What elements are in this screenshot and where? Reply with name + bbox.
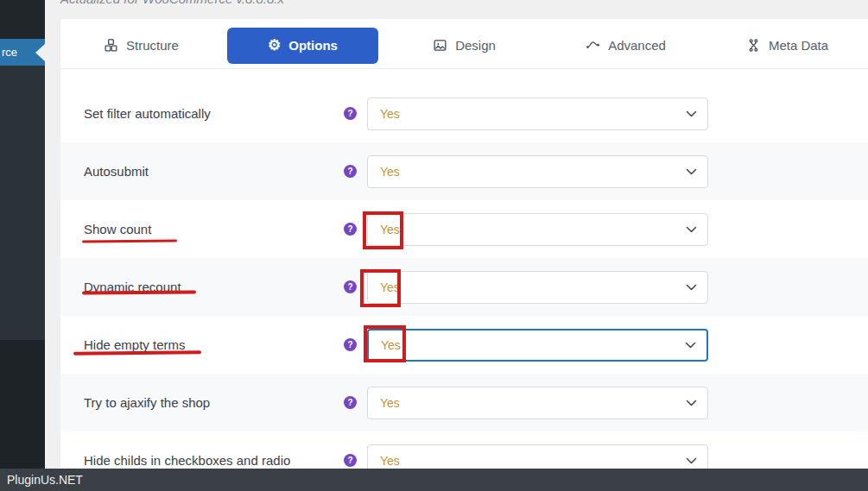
- tab-label: Options: [288, 38, 338, 53]
- tab-bar: Structure ⚙ Options Design Advanced Meta…: [60, 19, 868, 69]
- screen: rce Actualized for WooCommerce v.8.8.8.x…: [0, 0, 868, 491]
- setting-label: Hide childs in checkboxes and radio: [84, 453, 290, 468]
- help-icon[interactable]: ?: [344, 396, 357, 409]
- setting-select[interactable]: Yes: [367, 213, 708, 246]
- setting-label: Set filter automatically: [84, 106, 211, 121]
- admin-sidebar: rce: [0, 0, 45, 491]
- settings-rows: Set filter automatically ? Yes Autosubmi…: [60, 69, 868, 489]
- tab-label: Meta Data: [769, 38, 828, 53]
- setting-select[interactable]: Yes: [367, 329, 708, 362]
- chevron-down-icon: [686, 167, 697, 175]
- tab-structure[interactable]: Structure: [66, 28, 217, 64]
- help-icon[interactable]: ?: [344, 223, 357, 236]
- chevron-down-icon: [686, 283, 697, 291]
- curve-icon: [586, 38, 600, 53]
- tab-advanced[interactable]: Advanced: [550, 28, 701, 64]
- select-value: Yes: [381, 338, 401, 352]
- tab-meta-data[interactable]: Meta Data: [712, 28, 863, 64]
- sidebar-item-label: rce: [2, 46, 17, 59]
- setting-select[interactable]: Yes: [367, 155, 708, 188]
- chevron-down-icon: [686, 399, 697, 406]
- main-area: Actualized for WooCommerce v.8.8.8.x Str…: [45, 0, 868, 491]
- help-icon[interactable]: ?: [344, 338, 357, 351]
- help-icon[interactable]: ?: [344, 107, 357, 120]
- tab-label: Advanced: [608, 38, 666, 53]
- watermark-bar: PluginUs.NET: [0, 469, 868, 491]
- setting-label: Show count: [84, 222, 151, 236]
- setting-label: Hide empty terms: [84, 337, 186, 352]
- settings-row-hide-empty-terms: Hide empty terms ? Yes: [60, 316, 868, 374]
- watermark-text: PluginUs.NET: [7, 473, 83, 487]
- setting-label: Autosubmit: [84, 164, 149, 179]
- settings-row-autosubmit: Autosubmit ? Yes: [60, 142, 868, 200]
- cubes-icon: [104, 38, 118, 53]
- help-icon[interactable]: ?: [344, 165, 357, 178]
- select-value: Yes: [380, 165, 400, 179]
- select-value: Yes: [380, 223, 400, 236]
- gear-icon: ⚙: [268, 38, 281, 53]
- actualized-note: Actualized for WooCommerce v.8.8.8.x: [60, 0, 284, 6]
- image-icon: [433, 38, 447, 53]
- sidebar-submenu-area: [0, 66, 45, 340]
- settings-row-show-count: Show count ? Yes: [60, 200, 868, 258]
- setting-select[interactable]: Yes: [367, 271, 708, 304]
- chevron-down-icon: [686, 456, 697, 464]
- setting-label: Try to ajaxify the shop: [84, 395, 210, 410]
- setting-select[interactable]: Yes: [367, 98, 708, 130]
- nodes-icon: [746, 38, 761, 53]
- settings-row-set-filter-automatically: Set filter automatically ? Yes: [60, 85, 868, 142]
- select-value: Yes: [380, 454, 400, 468]
- annotation-underline: [82, 240, 177, 243]
- settings-card: Structure ⚙ Options Design Advanced Meta…: [60, 19, 868, 491]
- tab-label: Structure: [126, 38, 179, 53]
- chevron-down-icon: [686, 225, 697, 233]
- sidebar-item-woocommerce[interactable]: rce: [0, 39, 45, 66]
- select-value: Yes: [380, 280, 400, 294]
- chevron-down-icon: [686, 110, 697, 117]
- tab-label: Design: [455, 38, 496, 53]
- select-value: Yes: [380, 107, 400, 121]
- active-item-arrow: [35, 44, 45, 61]
- setting-select[interactable]: Yes: [367, 387, 708, 419]
- setting-label: Dynamic recount: [84, 280, 181, 294]
- chevron-down-icon: [685, 341, 696, 349]
- settings-row-dynamic-recount: Dynamic recount ? Yes: [60, 258, 868, 316]
- tab-design[interactable]: Design: [389, 28, 540, 64]
- help-icon[interactable]: ?: [344, 280, 357, 293]
- help-icon[interactable]: ?: [344, 454, 357, 467]
- tab-options[interactable]: ⚙ Options: [227, 28, 378, 64]
- select-value: Yes: [380, 396, 400, 410]
- settings-row-try-to-ajaxify: Try to ajaxify the shop ? Yes: [60, 374, 868, 431]
